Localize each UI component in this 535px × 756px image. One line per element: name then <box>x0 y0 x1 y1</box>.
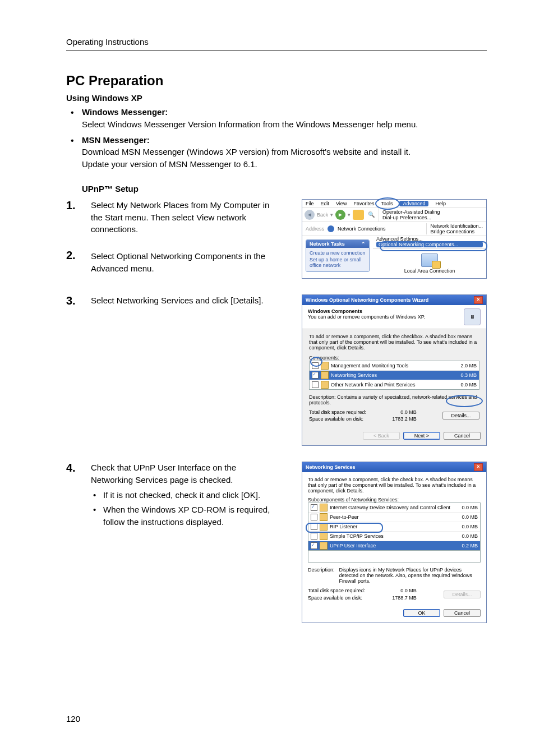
comp-size: 0.0 MB <box>462 524 478 529</box>
adv-item-advsettings[interactable]: Advanced Settings... <box>376 236 483 242</box>
page: Operating Instructions PC Preparation Us… <box>0 0 535 756</box>
screenshot-networking-services: Networking Services × To add or remove a… <box>302 462 487 623</box>
ns-subcomponents-list[interactable]: Internet Gateway Device Discovery and Co… <box>308 503 481 551</box>
bullet-wm: Windows Messenger: Select Windows Messen… <box>66 106 487 131</box>
next-button[interactable]: Next > <box>403 432 440 440</box>
upnp-heading: UPnP™ Setup <box>82 184 487 193</box>
menu-help[interactable]: Help <box>435 201 446 206</box>
component-icon <box>321 371 329 379</box>
avail-label: Space available on disk: <box>309 416 363 422</box>
ns-row-p2p[interactable]: Peer-to-Peer 0.0 MB <box>308 513 480 522</box>
ns-req-val: 0.0 MB <box>392 587 417 594</box>
components-label: Components: <box>309 355 479 361</box>
comp-name: Peer-to-Peer <box>330 514 359 520</box>
lan-connection-icon[interactable] <box>421 253 438 267</box>
comp-size: 0.0 MB <box>462 533 478 539</box>
advanced-dropdown: Operator-Assisted Dialing Dial-up Prefer… <box>379 208 486 222</box>
component-icon <box>321 362 329 370</box>
ns-details-button: Details... <box>444 591 481 598</box>
checkbox-icon[interactable] <box>311 514 317 520</box>
ns-avail-label: Space available on disk: <box>308 594 365 602</box>
comp-name: UPnP User Interface <box>330 543 376 548</box>
collapse-icon[interactable]: ⌃ <box>361 241 366 247</box>
running-head: Operating Instructions <box>66 37 487 50</box>
back-chevron-icon: ▾ <box>330 212 333 218</box>
adv-item-bridge[interactable]: Bridge Connections <box>430 229 483 234</box>
adv-item-optional-components[interactable]: Optional Networking Components... <box>376 242 483 247</box>
lan-connection-label: Local Area Connection <box>379 268 481 274</box>
comp-size: 0.3 MB <box>460 372 477 378</box>
ns-desc-text: Displays icons in My Network Places for … <box>339 567 481 584</box>
cancel-button[interactable]: Cancel <box>444 432 481 440</box>
close-icon[interactable]: × <box>474 463 483 471</box>
step-4: 4. Check that UPnP User Interface on the… <box>66 462 487 623</box>
adv-item-netid[interactable]: Network Identification... <box>430 223 483 229</box>
desc-label: Description: <box>309 394 336 400</box>
comp-row-mgmt[interactable]: Management and Monitoring Tools 2.0 MB <box>310 361 479 371</box>
up-folder-icon[interactable] <box>353 210 364 220</box>
bullet-msn: MSN Messenger: Download MSN Messenger (W… <box>66 134 487 170</box>
search-icon[interactable]: 🔍 <box>366 210 376 220</box>
comp-name: Simple TCP/IP Services <box>330 533 384 539</box>
menu-advanced[interactable]: Advanced <box>399 201 428 206</box>
adv-item-dialing[interactable]: Operator-Assisted Dialing <box>382 209 483 215</box>
network-tasks-panel: Network Tasks ⌃ Create a new connection … <box>306 239 370 272</box>
back-icon[interactable]: ◄ <box>305 210 315 220</box>
panel-title: Network Tasks <box>310 241 345 247</box>
step-4-subbullets: If it is not checked, check it and click… <box>91 489 276 528</box>
screenshot-network-connections: File Edit View Favorites Tools Advanced … <box>302 199 487 279</box>
step-1: 1. Select My Network Places from My Comp… <box>66 199 487 279</box>
req-val: 0.0 MB <box>392 409 417 416</box>
back-label: Back <box>317 212 328 218</box>
task-setup-network[interactable]: Set up a home or small office network <box>310 257 366 268</box>
ns-avail-val: 1788.7 MB <box>392 594 417 602</box>
component-icon <box>321 381 329 389</box>
address-bar: Address Network Connections Network Iden… <box>302 222 486 236</box>
ns-row-upnp[interactable]: UPnP User Interface 0.2 MB <box>308 541 480 550</box>
comp-name: Internet Gateway Device Discovery and Co… <box>330 505 450 510</box>
menu-edit[interactable]: Edit <box>321 201 330 206</box>
bullet-msn-body1: Download MSN Messenger (Windows XP versi… <box>82 147 411 156</box>
comp-row-other[interactable]: Other Network File and Print Services 0.… <box>310 380 479 389</box>
ns-row-igd[interactable]: Internet Gateway Device Discovery and Co… <box>308 503 480 513</box>
menu-view[interactable]: View <box>336 201 347 206</box>
component-icon <box>320 523 328 531</box>
checkbox-icon[interactable] <box>312 381 319 388</box>
menu-file[interactable]: File <box>306 201 314 206</box>
task-create-connection[interactable]: Create a new connection <box>310 250 366 256</box>
step-2-num: 2. <box>66 249 91 261</box>
fwd-chevron-icon: ▾ <box>348 212 350 218</box>
ns-row-rip[interactable]: RIP Listener 0.0 MB <box>308 522 480 532</box>
comp-row-networking[interactable]: Networking Services 0.3 MB <box>310 371 479 380</box>
comp-size: 0.0 MB <box>462 505 478 510</box>
ok-button[interactable]: OK <box>403 609 440 617</box>
checkbox-icon[interactable] <box>311 504 317 511</box>
wizard-title: Windows Optional Networking Components W… <box>306 297 428 303</box>
cancel-button[interactable]: Cancel <box>444 609 481 617</box>
subhead-using: Using Windows XP <box>66 93 487 103</box>
forward-icon[interactable]: ► <box>335 210 345 220</box>
step-1-text: Select My Network Places from My Compute… <box>91 199 276 236</box>
details-button[interactable]: Details... <box>442 412 479 420</box>
checkbox-icon[interactable] <box>311 523 317 530</box>
checkbox-icon[interactable] <box>311 533 317 540</box>
comp-size: 0.0 MB <box>460 382 477 388</box>
menu-tools[interactable]: Tools <box>381 201 393 206</box>
menu-favorites[interactable]: Favorites <box>353 201 374 206</box>
component-icon <box>320 513 328 521</box>
req-label: Total disk space required: <box>309 409 366 415</box>
component-icon <box>320 504 328 511</box>
screenshot-components-wizard: Windows Optional Networking Components W… <box>302 294 487 446</box>
step-4-sub1: If it is not checked, check it and click… <box>91 489 276 501</box>
wizard-titlebar: Windows Optional Networking Components W… <box>302 295 486 305</box>
components-list[interactable]: Management and Monitoring Tools 2.0 MB N… <box>309 361 479 390</box>
step-3: 3. Select Networking Services and click … <box>66 294 487 446</box>
adv-item-prefs[interactable]: Dial-up Preferences... <box>382 215 483 220</box>
checkbox-icon[interactable] <box>312 362 319 369</box>
checkbox-icon[interactable] <box>311 542 317 549</box>
comp-size: 2.0 MB <box>460 363 477 368</box>
checkbox-icon[interactable] <box>312 372 319 379</box>
menubar: File Edit View Favorites Tools Advanced … <box>302 200 486 208</box>
close-icon[interactable]: × <box>474 296 483 304</box>
ns-row-tcpip[interactable]: Simple TCP/IP Services 0.0 MB <box>308 532 480 541</box>
